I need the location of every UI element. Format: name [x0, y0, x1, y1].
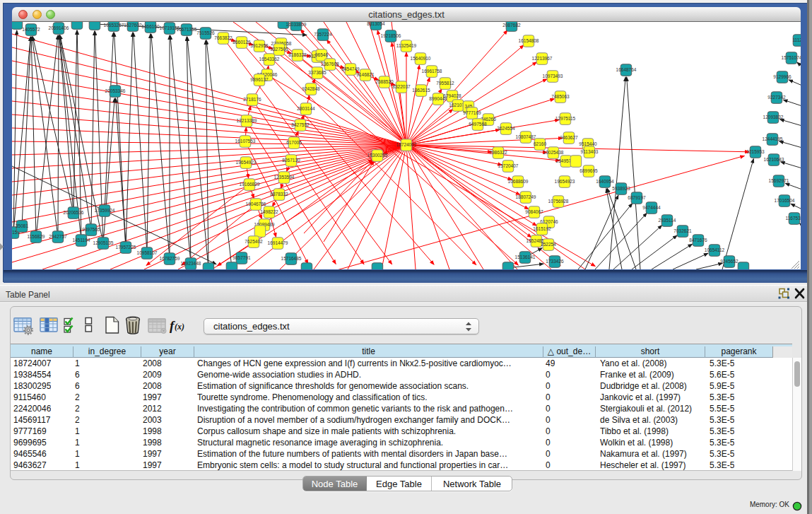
svg-text:12213967: 12213967	[532, 56, 553, 61]
svg-text:8660126: 8660126	[233, 40, 251, 45]
svg-text:16154808: 16154808	[519, 38, 539, 43]
svg-text:18724007: 18724007	[396, 142, 417, 147]
svg-text:9327503: 9327503	[270, 47, 288, 52]
svg-text:9515440: 9515440	[579, 141, 597, 146]
svg-text:16961758: 16961758	[422, 69, 442, 74]
svg-text:12093832: 12093832	[763, 115, 784, 119]
svg-text:3624554: 3624554	[497, 126, 515, 131]
svg-text:2087682: 2087682	[502, 23, 521, 28]
svg-text:9084067: 9084067	[525, 209, 543, 214]
svg-text:617006: 617006	[286, 140, 302, 145]
svg-text:8471676: 8471676	[689, 238, 707, 243]
svg-text:16914479: 16914479	[268, 240, 288, 245]
svg-text:10688609: 10688609	[508, 179, 529, 184]
svg-text:1640954: 1640954	[596, 179, 614, 184]
svg-text:20053346: 20053346	[105, 88, 126, 93]
svg-text:1167533: 1167533	[786, 216, 801, 221]
svg-text:6879197: 6879197	[628, 195, 646, 200]
svg-text:3373685: 3373685	[308, 70, 326, 75]
svg-text:3912956: 3912956	[250, 43, 269, 48]
svg-text:9397565: 9397565	[82, 227, 100, 232]
svg-text:1733426: 1733426	[546, 259, 564, 264]
svg-text:3215953: 3215953	[746, 149, 765, 154]
svg-text:7625402: 7625402	[245, 239, 263, 244]
svg-text:6899695: 6899695	[579, 168, 598, 173]
svg-text:9896137: 9896137	[250, 77, 269, 82]
svg-text:2718176: 2718176	[243, 97, 261, 102]
svg-text:12975115: 12975115	[555, 116, 576, 121]
svg-text:7357224: 7357224	[314, 32, 332, 37]
svg-text:12353594: 12353594	[274, 175, 295, 180]
svg-text:1615192: 1615192	[533, 226, 551, 231]
svg-text:12905135: 12905135	[93, 240, 114, 245]
svg-text:6794028: 6794028	[443, 93, 461, 98]
svg-text:7986322: 7986322	[489, 150, 507, 155]
svg-text:2803144: 2803144	[297, 106, 315, 111]
svg-text:8186328: 8186328	[288, 52, 307, 57]
svg-text:2367608: 2367608	[321, 62, 339, 66]
svg-text:2588520: 2588520	[375, 79, 394, 84]
svg-text:10025438: 10025438	[543, 150, 564, 155]
svg-text:10653267: 10653267	[104, 23, 124, 28]
svg-text:2935114: 2935114	[659, 218, 676, 223]
svg-text:18300295: 18300295	[367, 153, 388, 158]
svg-text:16033809: 16033809	[286, 22, 307, 27]
svg-text:6497568: 6497568	[469, 122, 487, 127]
svg-text:1405572: 1405572	[22, 27, 40, 32]
svg-text:5938923: 5938923	[612, 186, 630, 191]
svg-text:20691406: 20691406	[49, 25, 69, 30]
svg-text:9113403: 9113403	[581, 149, 599, 154]
svg-text:7955812: 7955812	[436, 81, 454, 86]
svg-text:8878332: 8878332	[270, 192, 288, 197]
svg-text:19654923: 19654923	[236, 160, 257, 165]
svg-text:9146821: 9146821	[356, 72, 375, 77]
svg-text:17359924: 17359924	[95, 208, 115, 213]
svg-text:8427552: 8427552	[291, 122, 310, 127]
svg-text:8322037: 8322037	[392, 84, 411, 89]
svg-text:7663822: 7663822	[214, 35, 233, 40]
svg-text:8813054: 8813054	[367, 22, 385, 26]
svg-text:16107553: 16107553	[235, 139, 256, 144]
svg-text:7485063: 7485063	[551, 94, 570, 99]
svg-text:1451194: 1451194	[73, 238, 90, 243]
svg-text:12444195: 12444195	[763, 136, 783, 141]
svg-text:15640910: 15640910	[411, 56, 431, 61]
svg-text:7032621: 7032621	[673, 228, 692, 233]
svg-text:10958107: 10958107	[137, 250, 158, 255]
svg-text:12923448: 12923448	[181, 261, 201, 266]
svg-text:17957225: 17957225	[116, 245, 136, 250]
svg-text:17016504: 17016504	[775, 198, 795, 203]
svg-text:15136141: 15136141	[515, 255, 536, 259]
svg-text:11325419: 11325419	[396, 43, 417, 48]
svg-text:19218506: 19218506	[381, 33, 401, 38]
svg-text:12213389: 12213389	[237, 118, 257, 123]
svg-text:1498222: 1498222	[260, 209, 278, 214]
svg-text:16671355: 16671355	[177, 27, 197, 32]
svg-text:15720407: 15720407	[498, 163, 519, 168]
svg-text:9245652: 9245652	[720, 259, 739, 264]
svg-text:16210643: 16210643	[764, 157, 784, 162]
svg-text:(x): (x)	[175, 322, 184, 332]
svg-text:15751074: 15751074	[782, 55, 801, 60]
svg-text:19046786: 19046786	[246, 201, 266, 206]
svg-text:6466160: 6466160	[141, 24, 160, 29]
svg-text:9227342: 9227342	[767, 95, 786, 100]
svg-text:96546: 96546	[315, 52, 328, 57]
svg-text:10756928: 10756928	[548, 199, 569, 204]
svg-text:7515526: 7515526	[196, 30, 215, 35]
svg-text:10807487: 10807487	[516, 134, 536, 139]
svg-text:11123: 11123	[792, 37, 801, 42]
svg-text:8454749: 8454749	[341, 66, 360, 71]
svg-text:35081: 35081	[16, 223, 28, 228]
svg-text:2942757: 2942757	[49, 234, 67, 239]
svg-text:8267130: 8267130	[282, 158, 300, 163]
svg-text:16782759: 16782759	[160, 256, 180, 261]
svg-text:9474444: 9474444	[642, 205, 661, 210]
svg-text:10973493: 10973493	[543, 74, 563, 78]
svg-text:9463627: 9463627	[560, 135, 578, 140]
svg-text:19654923: 19654923	[555, 179, 575, 184]
svg-text:62160: 62160	[534, 141, 546, 146]
svg-text:18807249: 18807249	[516, 194, 536, 199]
svg-text:15692971: 15692971	[769, 178, 789, 183]
svg-text:10654112: 10654112	[705, 247, 725, 252]
